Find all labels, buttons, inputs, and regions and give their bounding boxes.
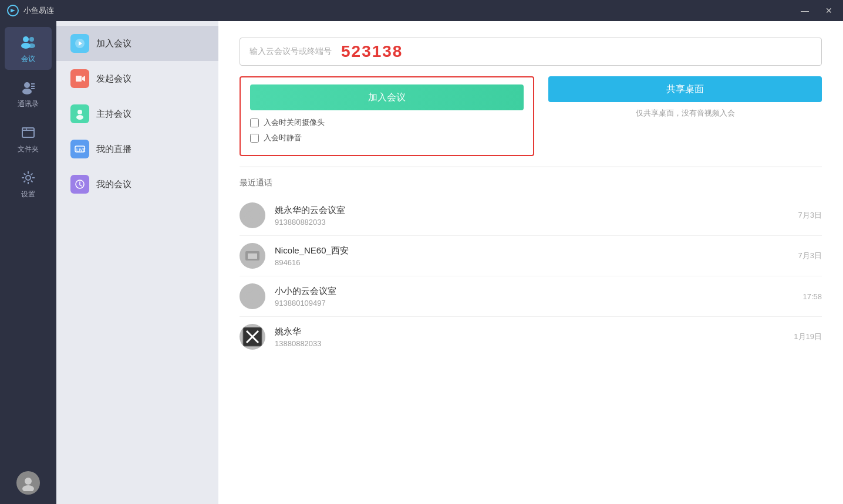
start-meeting-icon [70,69,89,88]
sidebar-secondary-label-live: 我的直播 [96,144,131,155]
svg-text:LIVE: LIVE [76,148,86,152]
share-section: 共享桌面 仅共享桌面，没有音视频入会 [548,76,822,119]
sidebar-secondary-label-my-meeting: 我的会议 [96,179,131,190]
recent-calls-list: 姚永华的云会议室 913880882033 7月3日 Nicole_NE60_西… [240,195,822,357]
mute-checkbox-row: 入会时静音 [250,133,524,143]
svg-point-4 [28,43,35,48]
sidebar-secondary-item-start[interactable]: 发起会议 [56,61,218,96]
join-meeting-button[interactable]: 加入会议 [250,84,524,110]
call-number: 894616 [275,258,789,267]
svg-point-18 [76,115,83,120]
call-avatar [240,324,265,350]
svg-point-11 [26,175,31,180]
meeting-number-input-row[interactable]: 输入云会议号或终端号 523138 [240,38,822,66]
sidebar-secondary-label-start: 发起会议 [96,73,131,84]
svg-rect-26 [248,253,257,259]
camera-checkbox[interactable] [250,119,259,127]
call-number: 13880882033 [275,339,784,348]
files-icon [19,123,38,142]
call-name: 姚永华的云会议室 [275,205,789,216]
svg-point-17 [77,110,82,114]
input-placeholder: 输入云会议号或终端号 [249,46,332,57]
sidebar-bottom [16,471,40,495]
titlebar-controls: — ✕ [797,5,836,16]
app-logo [7,5,19,16]
camera-checkbox-row: 入会时关闭摄像头 [250,117,524,128]
call-item[interactable]: 姚永华的云会议室 913880882033 7月3日 [240,195,822,236]
svg-rect-10 [22,128,34,137]
svg-marker-16 [82,76,85,82]
titlebar-left: 小鱼易连 [7,5,54,16]
sidebar-left: 会议 通讯录 文件夹 [0,21,56,504]
call-number: 913880882033 [275,218,789,226]
svg-rect-15 [76,76,82,82]
join-meeting-icon [70,34,89,53]
settings-icon [19,168,38,187]
call-time: 7月3日 [798,251,822,261]
sidebar-secondary-item-join[interactable]: 加入会议 [56,26,218,61]
call-info: Nicole_NE60_西安 894616 [275,245,789,267]
my-meeting-icon [70,175,89,194]
svg-point-24 [249,209,260,219]
titlebar: 小鱼易连 — ✕ [0,0,843,21]
svg-point-1 [23,36,29,42]
call-time: 1月19日 [794,332,822,342]
sidebar-item-files[interactable]: 文件夹 [5,117,52,160]
call-info: 姚永华 13880882033 [275,326,784,348]
svg-point-6 [22,89,32,94]
section-divider [240,167,822,167]
live-icon: LIVE [70,140,89,158]
sidebar-secondary-label-join: 加入会议 [96,38,131,49]
call-item[interactable]: 姚永华 13880882033 1月19日 [240,317,822,357]
sidebar-item-meeting[interactable]: 会议 [5,27,52,70]
call-time: 17:58 [802,292,822,301]
recent-calls-title: 最近通话 [240,178,822,188]
mute-checkbox-label: 入会时静音 [264,133,302,143]
host-meeting-icon [70,104,89,123]
mute-checkbox[interactable] [250,134,259,143]
call-item[interactable]: 小小的云会议室 913880109497 17:58 [240,276,822,317]
call-name: 小小的云会议室 [275,286,793,297]
call-name: Nicole_NE60_西安 [275,245,789,256]
call-name: 姚永华 [275,326,784,337]
app-layout: 会议 通讯录 文件夹 [0,21,843,504]
svg-point-29 [249,290,260,300]
close-button[interactable]: ✕ [822,5,836,16]
action-row: 加入会议 入会时关闭摄像头 入会时静音 共享桌面 仅共享桌面，没有音视频入会 [240,76,822,156]
meeting-icon [19,33,38,52]
svg-point-13 [22,485,34,491]
svg-point-12 [25,478,32,485]
minimize-button[interactable]: — [797,5,812,16]
contacts-icon [19,78,38,97]
sidebar-label-contacts: 通讯录 [18,99,39,109]
sidebar-item-settings[interactable]: 设置 [5,163,52,205]
user-avatar[interactable] [16,471,40,495]
call-info: 小小的云会议室 913880109497 [275,286,793,307]
svg-point-5 [24,82,30,88]
sidebar-secondary-item-host[interactable]: 主持会议 [56,96,218,131]
sidebar-label-meeting: 会议 [21,54,35,64]
sidebar-item-contacts[interactable]: 通讯录 [5,72,52,115]
call-info: 姚永华的云会议室 913880882033 [275,205,789,226]
main-content: 输入云会议号或终端号 523138 加入会议 入会时关闭摄像头 入会时静音 共享… [218,21,843,504]
input-value: 523138 [341,42,403,61]
sidebar-secondary: 加入会议 发起会议 主持会议 [56,21,218,504]
sidebar-label-settings: 设置 [21,190,35,199]
app-title: 小鱼易连 [23,5,54,16]
call-number: 913880109497 [275,299,793,307]
camera-checkbox-label: 入会时关闭摄像头 [264,117,325,128]
join-section: 加入会议 入会时关闭摄像头 入会时静音 [240,76,534,156]
share-desc: 仅共享桌面，没有音视频入会 [636,108,735,119]
sidebar-secondary-item-my-meeting[interactable]: 我的会议 [56,167,218,202]
sidebar-secondary-item-live[interactable]: LIVE 我的直播 [56,131,218,167]
svg-point-2 [29,37,34,42]
sidebar-label-files: 文件夹 [18,144,39,154]
call-item[interactable]: Nicole_NE60_西安 894616 7月3日 [240,236,822,276]
call-avatar [240,243,265,269]
sidebar-secondary-label-host: 主持会议 [96,109,131,120]
call-time: 7月3日 [798,210,822,221]
call-avatar [240,283,265,309]
share-desktop-button[interactable]: 共享桌面 [548,76,822,102]
call-avatar [240,202,265,228]
